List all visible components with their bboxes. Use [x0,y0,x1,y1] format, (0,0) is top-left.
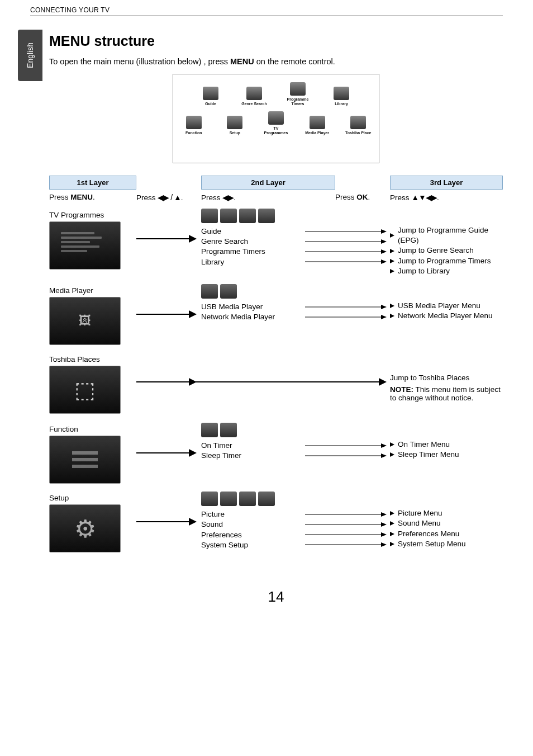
svg-marker-6 [381,249,387,254]
illus-label: Library [335,102,348,106]
page-number: 14 [49,588,503,606]
layer1-header: 1st Layer [49,176,136,190]
illus-item-places: Toshiba Place [343,116,373,135]
layer2-icons [201,209,335,223]
illus-label: Programme Timers [282,97,314,106]
layer2-icons [201,284,335,299]
illus-label: TV Programmes [261,126,291,135]
page-title: MENU structure [49,33,503,49]
press-lr: Press ◀▶. [201,190,335,203]
library-icon [334,87,349,100]
layer1-thumb: ⬚ [49,366,121,414]
intro-bold: MENU [230,57,254,66]
language-tab: English [18,30,42,81]
illus-item-setup: Setup [220,116,250,135]
submenu-icon [220,284,237,299]
running-head: CONNECTING YOUR TV [30,6,110,14]
svg-marker-20 [381,453,387,458]
layer3-list: Jump to Programme Guide (EPG)Jump to Gen… [390,225,503,276]
layer1-label: Setup [49,494,132,502]
svg-marker-9 [136,310,197,318]
layer1-thumb: ⚙ [49,504,121,552]
layer3-item: System Setup Menu [390,539,503,549]
svg-marker-18 [381,443,387,448]
svg-marker-23 [381,512,387,517]
layer1-thumb [49,221,121,270]
layer3-item: Jump to Genre Search [390,245,503,256]
layer3-plain: Jump to Toshiba Places [390,373,503,383]
genre-search-icon [246,87,262,100]
submenu-icon [220,492,237,506]
illus-label: Toshiba Place [345,131,372,135]
layer3-list: USB Media Player MenuNetwork Media Playe… [390,301,503,321]
media-player-icon [310,116,325,129]
layer3-item: Jump to Programme Timers [390,256,503,266]
layer3-note: NOTE: This menu item is subject to chang… [390,385,503,402]
submenu-icon [220,209,237,223]
illus-label: Setup [230,131,240,135]
svg-marker-4 [381,239,387,244]
menu-illustration: Guide Genre Search Programme Timers Libr… [173,74,379,163]
illus-label: Genre Search [241,102,267,106]
svg-marker-25 [381,522,387,527]
layer1-thumb: 🖼 [49,297,121,345]
layer1-label: Toshiba Places [49,355,132,363]
layer3-item: Network Media Player Menu [390,311,503,321]
submenu-icon [239,209,256,223]
press-lr-up: Press ◀▶ / ▲. [136,190,201,203]
submenu-icon [258,492,275,506]
programme-timers-icon [290,82,306,96]
layer1-label: Media Player [49,286,132,295]
layer3-item: Preferences Menu [390,529,503,539]
intro-post: on the remote control. [254,57,335,66]
illus-item-function: Function [179,116,209,135]
illus-item-timers: Programme Timers [282,82,314,106]
layer1-label: TV Programmes [49,211,132,219]
function-icon [186,116,202,129]
illus-label: Function [185,131,202,135]
layer2-icons [201,492,335,506]
illus-label: Guide [205,102,216,106]
layer1-thumb [49,436,121,484]
intro-pre: To open the main menu (illustration belo… [49,57,230,66]
illus-item-tvprog: TV Programmes [261,111,291,135]
svg-marker-27 [381,532,387,537]
svg-marker-21 [136,518,197,526]
layer3-header: 3rd Layer [390,176,503,190]
illus-item-library: Library [325,87,358,106]
submenu-icon [201,492,218,506]
svg-marker-2 [381,229,387,234]
layer3-list: On Timer MenuSleep Timer Menu [390,440,503,460]
toshiba-place-icon [350,116,366,129]
press-all-dirs: Press ▲▼◀▶. [390,190,503,203]
illus-item-genre: Genre Search [238,87,270,106]
submenu-icon [239,492,256,506]
layer3-list: Picture MenuSound MenuPreferences MenuSy… [390,508,503,549]
tv-programmes-icon [268,111,284,125]
svg-marker-16 [136,449,197,457]
illus-item-media: Media Player [302,116,332,135]
setup-icon [227,116,242,129]
submenu-icon [201,423,218,437]
layer3-item: Jump to Programme Guide (EPG) [390,225,503,245]
intro-text: To open the main menu (illustration belo… [49,57,503,66]
layer3-item: USB Media Player Menu [390,301,503,311]
layer1-label: Function [49,425,132,433]
svg-marker-15 [163,378,387,386]
press-menu: Press MENU. [49,190,136,203]
svg-marker-0 [136,235,197,243]
svg-marker-29 [381,542,387,547]
svg-marker-11 [381,305,387,309]
guide-icon [203,87,218,100]
layer2-header: 2nd Layer [201,176,335,190]
layer3-item: Sleep Timer Menu [390,450,503,460]
language-tab-label: English [26,42,35,68]
layer3-item: Sound Menu [390,518,503,528]
svg-marker-13 [381,315,387,319]
submenu-icon [201,284,218,299]
illus-item-guide: Guide [194,87,227,106]
layer3-item: Picture Menu [390,508,503,518]
layer3-item: Jump to Library [390,266,503,276]
submenu-icon [258,209,275,223]
svg-marker-8 [381,259,387,264]
